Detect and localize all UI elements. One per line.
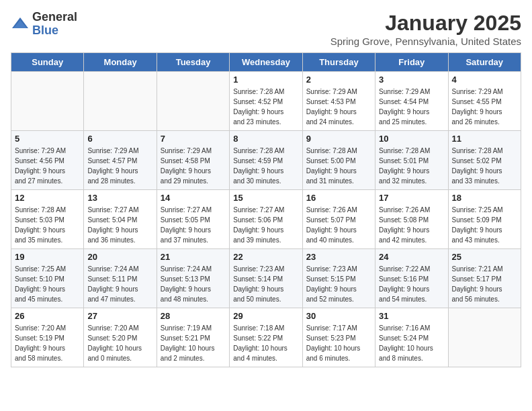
calendar-cell: 23Sunrise: 7:23 AM Sunset: 5:15 PM Dayli… <box>302 249 375 308</box>
calendar-cell: 6Sunrise: 7:29 AM Sunset: 4:57 PM Daylig… <box>84 131 157 190</box>
month-title: January 2025 <box>330 11 521 36</box>
calendar-cell: 7Sunrise: 7:29 AM Sunset: 4:58 PM Daylig… <box>157 131 229 190</box>
day-info: Sunrise: 7:27 AM Sunset: 5:06 PM Dayligh… <box>233 205 298 245</box>
logo-blue: Blue <box>32 24 77 38</box>
calendar-cell: 22Sunrise: 7:23 AM Sunset: 5:14 PM Dayli… <box>230 249 302 308</box>
day-info: Sunrise: 7:28 AM Sunset: 5:02 PM Dayligh… <box>452 146 517 186</box>
calendar-cell: 11Sunrise: 7:28 AM Sunset: 5:02 PM Dayli… <box>448 131 521 190</box>
calendar-cell <box>157 72 229 131</box>
header-sunday: Sunday <box>11 53 84 72</box>
day-info: Sunrise: 7:29 AM Sunset: 4:55 PM Dayligh… <box>452 87 517 127</box>
header-wednesday: Wednesday <box>230 53 302 72</box>
day-info: Sunrise: 7:20 AM Sunset: 5:20 PM Dayligh… <box>87 323 152 363</box>
calendar-cell <box>11 72 84 131</box>
day-info: Sunrise: 7:18 AM Sunset: 5:22 PM Dayligh… <box>233 323 298 363</box>
day-number: 22 <box>233 252 298 262</box>
calendar-cell: 29Sunrise: 7:18 AM Sunset: 5:22 PM Dayli… <box>230 308 302 367</box>
week-row-0: 1Sunrise: 7:28 AM Sunset: 4:52 PM Daylig… <box>11 72 521 131</box>
calendar-table: SundayMondayTuesdayWednesdayThursdayFrid… <box>11 52 521 367</box>
day-info: Sunrise: 7:27 AM Sunset: 5:04 PM Dayligh… <box>87 205 152 245</box>
calendar-cell: 18Sunrise: 7:25 AM Sunset: 5:09 PM Dayli… <box>448 190 521 249</box>
calendar-cell: 26Sunrise: 7:20 AM Sunset: 5:19 PM Dayli… <box>11 308 84 367</box>
day-info: Sunrise: 7:26 AM Sunset: 5:08 PM Dayligh… <box>379 205 444 245</box>
title-block: January 2025 Spring Grove, Pennsylvania,… <box>330 11 521 47</box>
day-number: 5 <box>15 134 80 144</box>
calendar-cell: 12Sunrise: 7:28 AM Sunset: 5:03 PM Dayli… <box>11 190 84 249</box>
week-row-1: 5Sunrise: 7:29 AM Sunset: 4:56 PM Daylig… <box>11 131 521 190</box>
week-row-3: 19Sunrise: 7:25 AM Sunset: 5:10 PM Dayli… <box>11 249 521 308</box>
calendar-cell: 3Sunrise: 7:29 AM Sunset: 4:54 PM Daylig… <box>375 72 448 131</box>
header-monday: Monday <box>84 53 157 72</box>
day-number: 28 <box>161 311 226 321</box>
day-info: Sunrise: 7:19 AM Sunset: 5:21 PM Dayligh… <box>161 323 226 363</box>
week-row-4: 26Sunrise: 7:20 AM Sunset: 5:19 PM Dayli… <box>11 308 521 367</box>
calendar-cell <box>448 308 521 367</box>
day-info: Sunrise: 7:26 AM Sunset: 5:07 PM Dayligh… <box>306 205 371 245</box>
calendar-cell: 4Sunrise: 7:29 AM Sunset: 4:55 PM Daylig… <box>448 72 521 131</box>
header-friday: Friday <box>375 53 448 72</box>
day-number: 23 <box>306 252 371 262</box>
logo-text: General Blue <box>32 11 77 38</box>
calendar-cell: 2Sunrise: 7:29 AM Sunset: 4:53 PM Daylig… <box>302 72 375 131</box>
calendar-cell: 13Sunrise: 7:27 AM Sunset: 5:04 PM Dayli… <box>84 190 157 249</box>
day-info: Sunrise: 7:28 AM Sunset: 4:52 PM Dayligh… <box>233 87 298 127</box>
header-row: SundayMondayTuesdayWednesdayThursdayFrid… <box>11 53 521 72</box>
logo-general: General <box>32 11 77 24</box>
day-info: Sunrise: 7:23 AM Sunset: 5:15 PM Dayligh… <box>306 264 371 304</box>
calendar-cell: 25Sunrise: 7:21 AM Sunset: 5:17 PM Dayli… <box>448 249 521 308</box>
day-info: Sunrise: 7:29 AM Sunset: 4:58 PM Dayligh… <box>161 146 226 186</box>
day-info: Sunrise: 7:16 AM Sunset: 5:24 PM Dayligh… <box>379 323 444 363</box>
calendar-cell: 21Sunrise: 7:24 AM Sunset: 5:13 PM Dayli… <box>157 249 229 308</box>
day-info: Sunrise: 7:17 AM Sunset: 5:23 PM Dayligh… <box>306 323 371 363</box>
calendar-cell: 28Sunrise: 7:19 AM Sunset: 5:21 PM Dayli… <box>157 308 229 367</box>
day-number: 20 <box>87 252 152 262</box>
day-info: Sunrise: 7:28 AM Sunset: 5:01 PM Dayligh… <box>379 146 444 186</box>
calendar-body: 1Sunrise: 7:28 AM Sunset: 4:52 PM Daylig… <box>11 72 521 367</box>
day-number: 31 <box>379 311 444 321</box>
location: Spring Grove, Pennsylvania, United State… <box>330 36 521 47</box>
day-number: 27 <box>87 311 152 321</box>
day-info: Sunrise: 7:28 AM Sunset: 5:00 PM Dayligh… <box>306 146 371 186</box>
day-number: 2 <box>306 75 371 85</box>
calendar-cell: 19Sunrise: 7:25 AM Sunset: 5:10 PM Dayli… <box>11 249 84 308</box>
header-saturday: Saturday <box>448 53 521 72</box>
day-number: 8 <box>233 134 298 144</box>
calendar-cell: 5Sunrise: 7:29 AM Sunset: 4:56 PM Daylig… <box>11 131 84 190</box>
day-number: 29 <box>233 311 298 321</box>
calendar-cell: 30Sunrise: 7:17 AM Sunset: 5:23 PM Dayli… <box>302 308 375 367</box>
day-info: Sunrise: 7:29 AM Sunset: 4:56 PM Dayligh… <box>15 146 80 186</box>
day-number: 15 <box>233 193 298 203</box>
day-number: 1 <box>233 75 298 85</box>
logo: General Blue <box>11 11 77 38</box>
day-number: 30 <box>306 311 371 321</box>
day-number: 17 <box>379 193 444 203</box>
day-number: 10 <box>379 134 444 144</box>
calendar-cell: 14Sunrise: 7:27 AM Sunset: 5:05 PM Dayli… <box>157 190 229 249</box>
day-info: Sunrise: 7:21 AM Sunset: 5:17 PM Dayligh… <box>452 264 517 304</box>
day-number: 3 <box>379 75 444 85</box>
page-header: General Blue January 2025 Spring Grove, … <box>11 11 521 47</box>
calendar-cell <box>84 72 157 131</box>
calendar-cell: 31Sunrise: 7:16 AM Sunset: 5:24 PM Dayli… <box>375 308 448 367</box>
day-number: 6 <box>87 134 152 144</box>
calendar-cell: 16Sunrise: 7:26 AM Sunset: 5:07 PM Dayli… <box>302 190 375 249</box>
calendar-cell: 10Sunrise: 7:28 AM Sunset: 5:01 PM Dayli… <box>375 131 448 190</box>
day-number: 9 <box>306 134 371 144</box>
header-tuesday: Tuesday <box>157 53 229 72</box>
day-number: 25 <box>452 252 517 262</box>
day-info: Sunrise: 7:20 AM Sunset: 5:19 PM Dayligh… <box>15 323 80 363</box>
day-number: 19 <box>15 252 80 262</box>
calendar-cell: 9Sunrise: 7:28 AM Sunset: 5:00 PM Daylig… <box>302 131 375 190</box>
day-number: 13 <box>87 193 152 203</box>
day-number: 14 <box>161 193 226 203</box>
day-info: Sunrise: 7:23 AM Sunset: 5:14 PM Dayligh… <box>233 264 298 304</box>
day-number: 7 <box>161 134 226 144</box>
day-info: Sunrise: 7:29 AM Sunset: 4:53 PM Dayligh… <box>306 87 371 127</box>
day-info: Sunrise: 7:24 AM Sunset: 5:11 PM Dayligh… <box>87 264 152 304</box>
header-thursday: Thursday <box>302 53 375 72</box>
calendar-cell: 27Sunrise: 7:20 AM Sunset: 5:20 PM Dayli… <box>84 308 157 367</box>
day-number: 21 <box>161 252 226 262</box>
day-info: Sunrise: 7:24 AM Sunset: 5:13 PM Dayligh… <box>161 264 226 304</box>
day-number: 4 <box>452 75 517 85</box>
day-number: 12 <box>15 193 80 203</box>
